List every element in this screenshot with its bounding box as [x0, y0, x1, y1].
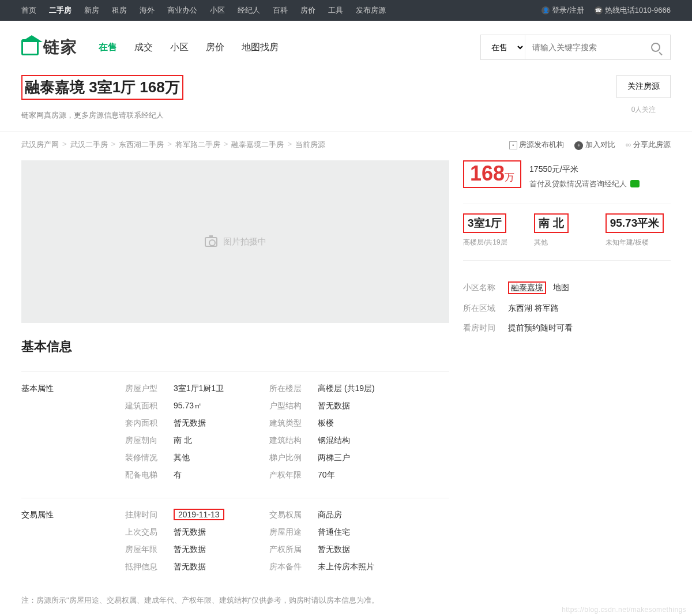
subnav-item[interactable]: 成交: [134, 42, 153, 54]
watermark: https://blog.csdn.net/makesomethings: [562, 606, 686, 614]
breadcrumb-item: 当前房源: [295, 140, 325, 150]
spec-main: 南 北: [534, 213, 568, 233]
attr-key: 房屋朝向: [125, 435, 174, 446]
attr-key: 所在楼层: [269, 384, 318, 394]
breadcrumb-item[interactable]: 将军路二手房: [175, 140, 220, 150]
visit-value: 提前预约随时可看: [508, 323, 573, 333]
spec-sub: 高楼层/共19层: [463, 238, 528, 247]
top-nav: 首页二手房新房租房海外商业办公小区经纪人百科房价工具发布房源: [21, 5, 386, 16]
attr-value: 板楼: [318, 418, 334, 429]
share-icon: ∞: [626, 140, 631, 149]
subnav-item[interactable]: 房价: [206, 42, 224, 54]
sub-nav: 在售成交小区房价地图找房: [99, 42, 279, 54]
topnav-item[interactable]: 工具: [328, 5, 343, 16]
topnav-item[interactable]: 小区: [210, 5, 225, 16]
attr-value: 钢混结构: [318, 435, 350, 446]
page-title: 融泰嘉境 3室1厅 168万: [25, 77, 180, 97]
attr-key: 户型结构: [269, 401, 318, 411]
attr-value: 暂无数据: [174, 544, 206, 555]
map-link[interactable]: 地图: [553, 283, 569, 293]
attr-value: 有: [174, 470, 182, 480]
login-link[interactable]: 👤登录/注册: [541, 5, 584, 16]
topnav-item[interactable]: 首页: [21, 5, 36, 16]
attr-value: 暂无数据: [318, 544, 350, 555]
breadcrumb-item[interactable]: 武汉房产网: [21, 140, 59, 150]
search-icon: [651, 43, 660, 52]
area-value: 东西湖 将军路: [508, 303, 559, 314]
attr-value: 暂无数据: [318, 401, 350, 411]
camera-icon: [205, 237, 217, 247]
attr-key: 产权所属: [269, 544, 318, 555]
attr-value: 暂无数据: [174, 527, 206, 538]
footnote: 注：房源所示"房屋用途、交易权属、建成年代、产权年限、建筑结构"仅供参考，购房时…: [21, 595, 449, 606]
attr-value: 未上传房本照片: [318, 562, 374, 572]
hotline: ☎热线电话1010-9666: [595, 5, 671, 16]
spec-main: 95.73平米: [606, 213, 664, 233]
photo-gallery: 图片拍摄中: [21, 160, 449, 323]
attr-value: 高楼层 (共19层): [318, 384, 375, 394]
follow-button[interactable]: 关注房源: [616, 75, 671, 98]
search-scope-select[interactable]: 在售: [481, 35, 525, 59]
plus-icon: +: [574, 141, 583, 150]
attr-key: 抵押信息: [125, 562, 174, 572]
attr-key: 挂牌时间: [125, 510, 174, 520]
attr-value: 暂无数据: [174, 418, 206, 429]
community-box: 融泰嘉境: [508, 281, 546, 294]
topnav-item[interactable]: 租房: [112, 5, 127, 16]
subnav-item[interactable]: 小区: [170, 42, 189, 54]
info-icon: •: [509, 141, 517, 149]
attr-key: 房屋年限: [125, 544, 174, 555]
topnav-item[interactable]: 发布房源: [356, 5, 386, 16]
house-icon: [21, 39, 39, 55]
attr-key: 套内面积: [125, 418, 174, 429]
subnav-item[interactable]: 在售: [99, 42, 117, 54]
trans-attrs-title: 交易属性: [21, 510, 125, 579]
user-icon: 👤: [541, 6, 550, 14]
attr-value: 商品房: [318, 510, 342, 520]
search-input[interactable]: [525, 35, 641, 59]
topnav-item[interactable]: 商业办公: [167, 5, 197, 16]
breadcrumb: 武汉房产网>武汉二手房>东西湖二手房>将军路二手房>融泰嘉境二手房>当前房源: [21, 140, 325, 150]
attr-key: 配备电梯: [125, 470, 174, 480]
subnav-item[interactable]: 地图找房: [242, 42, 279, 54]
attr-key: 房屋用途: [269, 527, 318, 538]
publisher-link[interactable]: • 房源发布机构: [509, 140, 565, 150]
community-link[interactable]: 融泰嘉境: [511, 283, 543, 292]
basic-attrs-title: 基本属性: [21, 384, 125, 487]
attr-value: 95.73㎡: [174, 401, 202, 411]
spec-sub: 其他: [534, 238, 599, 247]
community-key: 小区名称: [463, 283, 508, 293]
breadcrumb-item[interactable]: 融泰嘉境二手房: [231, 140, 284, 150]
topnav-item[interactable]: 经纪人: [238, 5, 260, 16]
attr-key: 房本备件: [269, 562, 318, 572]
attr-value: 普通住宅: [318, 527, 350, 538]
attr-key: 上次交易: [125, 527, 174, 538]
page-subtitle: 链家网真房源，更多房源信息请联系经纪人: [21, 110, 183, 121]
price-unit: 万: [505, 172, 514, 183]
spec-sub: 未知年建/板楼: [606, 238, 671, 247]
search-box: 在售: [480, 35, 671, 60]
topnav-item[interactable]: 新房: [84, 5, 99, 16]
logo[interactable]: 链家: [21, 36, 78, 58]
wechat-icon[interactable]: [630, 180, 640, 187]
share-link[interactable]: ∞ 分享此房源: [626, 140, 671, 150]
listing-title-box: 融泰嘉境 3室1厅 168万: [21, 75, 183, 100]
compare-link[interactable]: + 加入对比: [574, 140, 615, 150]
topnav-item[interactable]: 房价: [300, 5, 315, 16]
search-button[interactable]: [641, 35, 670, 59]
unit-price: 17550元/平米: [529, 161, 640, 177]
attr-key: 产权年限: [269, 470, 318, 480]
follow-count: 0人关注: [616, 105, 671, 115]
topnav-item[interactable]: 海外: [140, 5, 155, 16]
attr-value: 3室1厅1厨1卫: [174, 384, 224, 394]
breadcrumb-item[interactable]: 东西湖二手房: [119, 140, 164, 150]
loan-info: 首付及贷款情况请咨询经纪人: [529, 177, 640, 191]
topnav-item[interactable]: 二手房: [49, 5, 72, 16]
attr-value: 其他: [174, 453, 190, 463]
visit-key: 看房时间: [463, 323, 508, 333]
attr-key: 梯户比例: [269, 453, 318, 463]
attr-value: 两梯三户: [318, 453, 350, 463]
topnav-item[interactable]: 百科: [273, 5, 288, 16]
spec-main: 3室1厅: [463, 213, 506, 233]
breadcrumb-item[interactable]: 武汉二手房: [70, 140, 108, 150]
